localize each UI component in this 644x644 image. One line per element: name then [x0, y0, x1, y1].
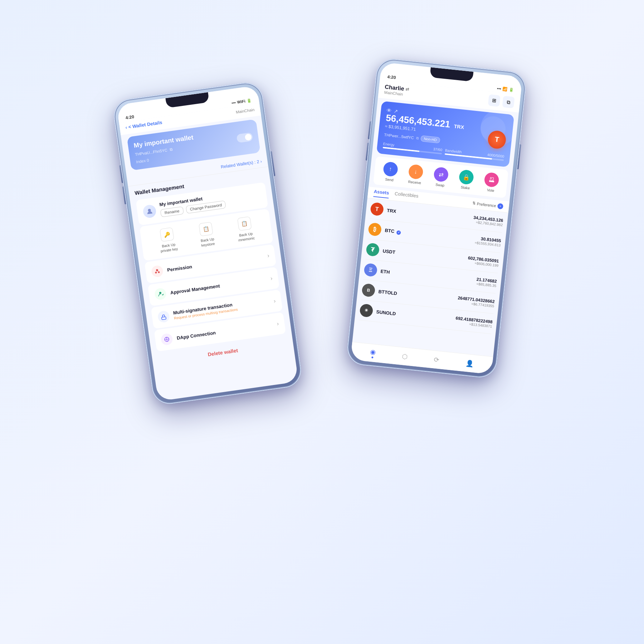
- related-arrow: ›: [260, 159, 262, 164]
- volume-down-button: [122, 186, 126, 204]
- trx-icon: T: [370, 202, 384, 216]
- energy-item: Energy 37/60: [383, 142, 443, 154]
- multisig-icon: [157, 310, 170, 323]
- bandwidth-item: Bandwidth 4000/5000: [445, 148, 504, 161]
- right-power-button: [517, 144, 521, 169]
- signal-icon: ▪▪▪: [231, 100, 236, 105]
- volume-up-button: [119, 165, 123, 183]
- status-time-left: 4:20: [125, 114, 135, 120]
- trx-name: TRX: [387, 208, 474, 222]
- permission-arrow: ›: [267, 252, 270, 259]
- stake-action[interactable]: 🔒 Stake: [458, 169, 474, 190]
- back-button[interactable]: ‹ < Wallet Details: [125, 119, 163, 130]
- usdt-values: 602,786.035091 ≈$606,000.199: [467, 255, 499, 267]
- sort-icon: ⇅: [472, 201, 475, 206]
- btc-name: BTC ✓: [385, 228, 475, 243]
- sunold-name: SUNOLD: [376, 309, 456, 322]
- nav-assets-icon: ◉: [370, 348, 376, 356]
- approval-arrow: ›: [270, 275, 273, 282]
- balance-info: 👁 ↗ 56,456,453.221 TRX ≈ $3,951,951.71 T…: [384, 107, 465, 146]
- svg-point-1: [156, 269, 158, 272]
- bttold-values: 2648771.04328662 ≈$6.77419355: [457, 295, 495, 308]
- user-info: Charlie ⇄ MainChain: [384, 84, 409, 97]
- right-battery-icon: 🔋: [509, 87, 514, 92]
- add-asset-badge[interactable]: +: [497, 203, 504, 209]
- send-action[interactable]: ↑ Send: [382, 161, 399, 182]
- power-button: [270, 151, 275, 176]
- permission-name: Permission: [167, 254, 263, 273]
- tab-collectibles[interactable]: Collectibles: [394, 191, 419, 201]
- copy-icon[interactable]: ⧉: [170, 147, 173, 152]
- nav-profile-icon: 👤: [465, 359, 474, 367]
- svg-rect-5: [162, 317, 166, 320]
- nav-history-icon: ⟳: [434, 356, 440, 364]
- vote-action[interactable]: 🗳 Vote: [483, 172, 500, 193]
- btc-verified: ✓: [396, 230, 401, 235]
- switch-icon[interactable]: ⇄: [405, 87, 409, 92]
- header-actions: ⊞ ⧉: [488, 94, 515, 108]
- backup-private-key-label: Back Upprivate key: [160, 242, 178, 253]
- right-volume-down-button: [366, 143, 369, 161]
- status-time-right: 4:20: [387, 74, 396, 80]
- qr-button[interactable]: ⧉: [502, 96, 514, 108]
- btc-icon: ₿: [368, 222, 382, 236]
- keystore-icon: 📋: [199, 222, 213, 236]
- swap-label: Swap: [435, 182, 445, 187]
- header-chain-left: MainChain: [235, 107, 255, 114]
- nav-profile[interactable]: 👤: [465, 359, 474, 367]
- svg-point-3: [158, 271, 160, 273]
- stake-icon: 🔒: [459, 169, 474, 185]
- eth-icon: Ξ: [364, 263, 378, 277]
- balance-card: 👁 ↗ 56,456,453.221 TRX ≈ $3,951,951.71 T…: [376, 101, 514, 167]
- btc-values: 30.810455 ≈$1555,934.813: [475, 235, 501, 247]
- swap-action[interactable]: ⇄ Swap: [433, 167, 449, 188]
- receive-label: Receive: [408, 180, 421, 185]
- backup-private-key[interactable]: 🔑 Back Upprivate key: [158, 227, 178, 253]
- nav-collectibles[interactable]: ⬡: [402, 352, 408, 361]
- dapp-name: DApp Connection: [176, 322, 273, 341]
- phones-container: 4:20 ▪▪▪ WiFi 🔋 ‹ < Wallet Details MainC…: [125, 36, 519, 608]
- mnemonic-icon: 📋: [237, 216, 252, 231]
- nav-collectibles-icon: ⬡: [402, 352, 408, 361]
- approval-text: Approval Management: [170, 277, 267, 296]
- swap-icon: ⇄: [433, 167, 449, 182]
- eth-name: ETH: [380, 268, 477, 284]
- copy-addr-icon[interactable]: ⧉: [416, 136, 419, 140]
- sunold-values: 692.418878222498 ≈$13.5483871: [455, 316, 493, 328]
- dapp-icon: [160, 333, 173, 346]
- multisig-arrow: ›: [273, 298, 276, 304]
- backup-keystore-label: Back Upkeystore: [200, 236, 215, 248]
- tab-assets[interactable]: Assets: [373, 189, 389, 198]
- right-signal-icon: ▪▪▪: [497, 86, 502, 91]
- dapp-text: DApp Connection: [176, 322, 273, 341]
- receive-icon: ↓: [408, 164, 424, 180]
- send-label: Send: [385, 177, 394, 182]
- nav-assets-dot: [371, 356, 373, 358]
- nav-assets[interactable]: ◉: [370, 348, 376, 359]
- stake-label: Stake: [460, 185, 470, 190]
- usdt-name: USDT: [382, 248, 468, 262]
- svg-point-2: [155, 272, 157, 274]
- approval-name: Approval Management: [170, 277, 267, 296]
- status-icons-right: ▪▪▪ 📶 🔋: [497, 86, 514, 92]
- right-phone-screen: 4:20 ▪▪▪ 📶 🔋 Charlie ⇄ MainChain ⊞: [350, 62, 522, 375]
- nav-history[interactable]: ⟳: [434, 356, 440, 364]
- scan-button[interactable]: ⊞: [488, 94, 501, 107]
- battery-icon: 🔋: [247, 98, 252, 103]
- mgmt-icon: [142, 204, 157, 219]
- backup-mnemonic-label: Back Upmnemonic: [237, 231, 255, 243]
- backup-keystore[interactable]: 📋 Back Upkeystore: [198, 222, 215, 248]
- receive-action[interactable]: ↓ Receive: [407, 164, 424, 185]
- approval-icon: [154, 288, 167, 301]
- backup-mnemonic[interactable]: 📋 Back Upmnemonic: [235, 216, 255, 243]
- left-phone-screen: 4:20 ▪▪▪ WiFi 🔋 ‹ < Wallet Details MainC…: [117, 86, 298, 401]
- right-wifi-icon: 📶: [502, 87, 508, 92]
- bottom-nav: ◉ ⬡ ⟳ 👤: [350, 342, 493, 374]
- preference-row[interactable]: ⇅ Preference +: [472, 199, 504, 210]
- header-title: < Wallet Details: [128, 119, 162, 130]
- phone-left: 4:20 ▪▪▪ WiFi 🔋 ‹ < Wallet Details MainC…: [112, 80, 303, 406]
- dapp-arrow: ›: [277, 321, 279, 327]
- permission-icon: [151, 265, 164, 278]
- rename-button[interactable]: Rename: [160, 206, 184, 218]
- sunold-icon: ☀: [359, 303, 374, 318]
